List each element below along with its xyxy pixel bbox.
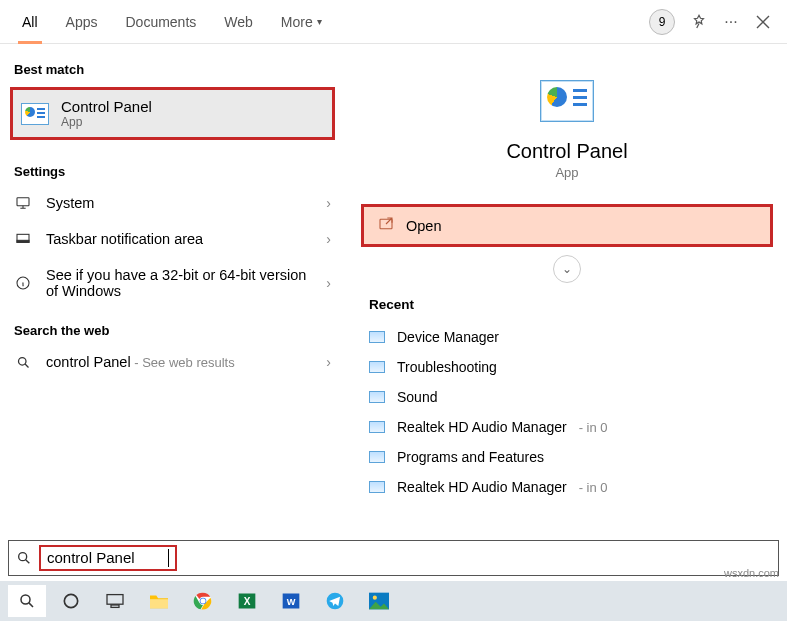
tab-documents[interactable]: Documents [111,0,210,44]
taskbar-icon [14,231,32,247]
taskbar-excel-button[interactable]: X [228,585,266,617]
search-icon [9,550,39,566]
control-panel-icon [540,80,594,122]
chevron-right-icon: › [326,195,331,211]
recent-item[interactable]: Programs and Features [369,442,765,472]
recent-item[interactable]: Troubleshooting [369,352,765,382]
search-input[interactable] [47,549,167,566]
section-search-web: Search the web [0,309,345,344]
taskbar-explorer-button[interactable] [140,585,178,617]
settings-item-taskbar[interactable]: Taskbar notification area › [0,221,345,257]
chevron-right-icon: › [326,354,331,370]
svg-point-4 [18,357,26,365]
settings-item-system[interactable]: System › [0,185,345,221]
best-match-subtitle: App [61,115,152,129]
left-results: Best match Control Panel App Settings Sy… [0,44,345,539]
applet-icon [369,361,385,373]
taskbar-photos-button[interactable] [360,585,398,617]
preview-subtitle: App [555,165,578,180]
watermark: wsxdn.com [724,567,779,579]
settings-item-bitness[interactable]: See if you have a 32-bit or 64-bit versi… [0,257,345,309]
chevron-right-icon: › [326,275,331,291]
svg-point-13 [201,599,206,604]
info-icon [14,275,32,291]
applet-icon [369,331,385,343]
taskbar-search-button[interactable] [8,585,46,617]
section-recent: Recent [357,297,777,322]
open-button[interactable]: Open [361,204,773,247]
svg-text:X: X [244,596,251,607]
section-settings: Settings [0,150,345,185]
recent-item[interactable]: Realtek HD Audio Manager - in 0 [369,472,765,502]
tab-all[interactable]: All [8,0,52,44]
applet-icon [369,451,385,463]
svg-rect-2 [17,240,29,242]
more-icon[interactable]: ··· [715,6,747,38]
best-match-item[interactable]: Control Panel App [10,87,335,140]
text-caret [168,549,169,567]
svg-point-20 [373,596,377,600]
section-best-match: Best match [0,48,345,83]
web-search-item[interactable]: control Panel - See web results › [0,344,345,380]
chevron-down-icon: ▾ [317,16,322,27]
monitor-icon [14,195,32,211]
rewards-badge[interactable]: 9 [649,9,675,35]
search-bar[interactable] [8,540,779,576]
tab-apps[interactable]: Apps [52,0,112,44]
feedback-icon[interactable] [683,6,715,38]
svg-rect-10 [111,605,119,607]
recent-item[interactable]: Sound [369,382,765,412]
right-preview: Control Panel App Open ⌄ Recent Device M… [345,44,787,539]
best-match-title: Control Panel [61,98,152,115]
tab-web[interactable]: Web [210,0,267,44]
close-icon[interactable] [747,6,779,38]
applet-icon [369,481,385,493]
applet-icon [369,421,385,433]
taskbar-cortana-button[interactable] [52,585,90,617]
taskbar-taskview-button[interactable] [96,585,134,617]
svg-text:W: W [287,597,296,607]
applet-icon [369,391,385,403]
taskbar-chrome-button[interactable] [184,585,222,617]
taskbar-word-button[interactable]: W [272,585,310,617]
svg-point-8 [64,594,77,607]
recent-item[interactable]: Device Manager [369,322,765,352]
open-icon [378,216,394,235]
taskbar: X W [0,581,787,621]
control-panel-icon [21,103,49,125]
svg-point-7 [21,595,30,604]
svg-rect-9 [107,595,123,605]
svg-rect-0 [17,198,29,206]
search-tabs: All Apps Documents Web More▾ 9 ··· [0,0,787,44]
preview-title: Control Panel [506,140,627,163]
recent-item[interactable]: Realtek HD Audio Manager - in 0 [369,412,765,442]
svg-point-6 [19,553,27,561]
taskbar-telegram-button[interactable] [316,585,354,617]
tab-more[interactable]: More▾ [267,0,336,44]
search-icon [14,355,32,370]
chevron-right-icon: › [326,231,331,247]
expand-button[interactable]: ⌄ [553,255,581,283]
